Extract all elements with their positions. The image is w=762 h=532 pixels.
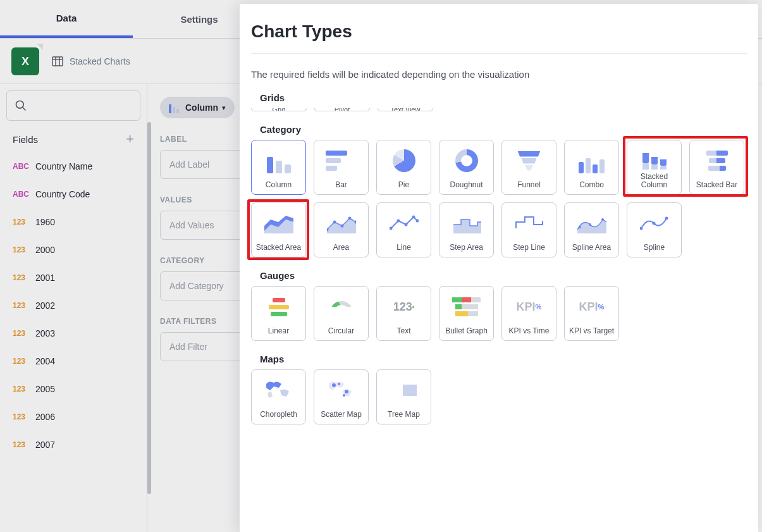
chart-type-bullet[interactable]: Bullet Graph (439, 286, 494, 341)
svg-point-24 (345, 390, 348, 393)
svg-point-20 (652, 222, 655, 225)
chart-type-line[interactable]: Line (376, 202, 431, 257)
kpi-time-icon: KPI% (513, 294, 545, 319)
grids-section-title: Grids (251, 92, 747, 103)
svg-point-21 (665, 217, 668, 220)
chart-type-kpi-time[interactable]: KPI%KPI vs Time (501, 286, 556, 341)
svg-point-22 (332, 383, 336, 387)
doughnut-icon (455, 149, 478, 172)
chart-type-circular[interactable]: Circular (314, 286, 369, 341)
chart-type-choropleth[interactable]: Choropleth (251, 369, 306, 424)
scatter-map-icon (326, 378, 357, 403)
chart-type-combo[interactable]: Combo (564, 140, 619, 195)
bar-icon (326, 148, 357, 173)
text-gauge-icon: 123• (388, 294, 420, 319)
category-section-header: Category (251, 124, 747, 135)
stacked-bar-icon (701, 148, 733, 173)
svg-point-13 (404, 223, 407, 226)
panel-subtitle: The required fields will be indicated de… (251, 53, 747, 80)
chart-type-pivot[interactable]: Pivot (314, 108, 370, 111)
choropleth-icon (263, 378, 295, 403)
chart-type-step-area[interactable]: Step Area (439, 202, 494, 257)
bullet-graph-icon (453, 294, 481, 319)
panel-title: Chart Types (251, 22, 747, 42)
chart-type-stacked-column[interactable]: Stacked Column (627, 140, 682, 195)
chart-type-pie[interactable]: Pie (376, 140, 431, 195)
svg-point-12 (396, 220, 400, 223)
chart-type-kpi-target[interactable]: KPI%KPI vs Target (564, 286, 619, 341)
area-icon (326, 211, 357, 236)
svg-point-17 (589, 223, 591, 226)
spline-area-icon (576, 211, 608, 236)
chart-type-linear[interactable]: Linear (251, 286, 306, 341)
maps-section-header: Maps (251, 354, 747, 364)
chart-type-spline[interactable]: Spline (627, 202, 682, 257)
gauges-section-header: Gauges (251, 270, 747, 281)
chart-type-stacked-bar[interactable]: Stacked Bar (689, 140, 744, 195)
funnel-icon (513, 148, 545, 173)
step-line-icon (513, 211, 545, 236)
chart-type-doughnut[interactable]: Doughnut (439, 140, 494, 195)
svg-point-18 (601, 218, 604, 221)
linear-gauge-icon (263, 294, 295, 319)
stacked-area-icon (263, 211, 295, 236)
kpi-target-icon: KPI% (576, 294, 608, 319)
chart-type-step-line[interactable]: Step Line (501, 202, 556, 257)
svg-point-25 (343, 394, 345, 397)
svg-point-16 (579, 226, 581, 228)
stacked-column-icon (639, 144, 670, 170)
line-icon (388, 211, 420, 236)
chart-types-panel: Chart Types The required fields will be … (240, 4, 758, 532)
svg-point-23 (338, 383, 340, 385)
svg-point-14 (412, 216, 415, 219)
chart-type-tree-map[interactable]: Tree Map (376, 369, 431, 424)
chart-type-bar[interactable]: Bar (314, 140, 369, 195)
chart-type-funnel[interactable]: Funnel (501, 140, 556, 195)
step-area-icon (451, 211, 482, 236)
chart-type-area[interactable]: Area (314, 202, 369, 257)
circular-gauge-icon (330, 301, 353, 312)
chart-type-grid[interactable]: Grid (251, 108, 307, 111)
chart-type-spline-area[interactable]: Spline Area (564, 202, 619, 257)
chart-type-column[interactable]: Column (251, 140, 306, 195)
combo-icon (576, 148, 608, 173)
chart-type-scatter-map[interactable]: Scatter Map (314, 369, 369, 424)
chart-type-stacked-area[interactable]: Stacked Area (251, 202, 306, 257)
pie-icon (393, 149, 415, 172)
chart-type-text-gauge[interactable]: 123•Text (376, 286, 431, 341)
spline-icon (639, 211, 670, 236)
tree-map-icon (391, 379, 417, 402)
chart-type-text-view[interactable]: Text View (378, 108, 433, 111)
column-icon (263, 148, 295, 173)
